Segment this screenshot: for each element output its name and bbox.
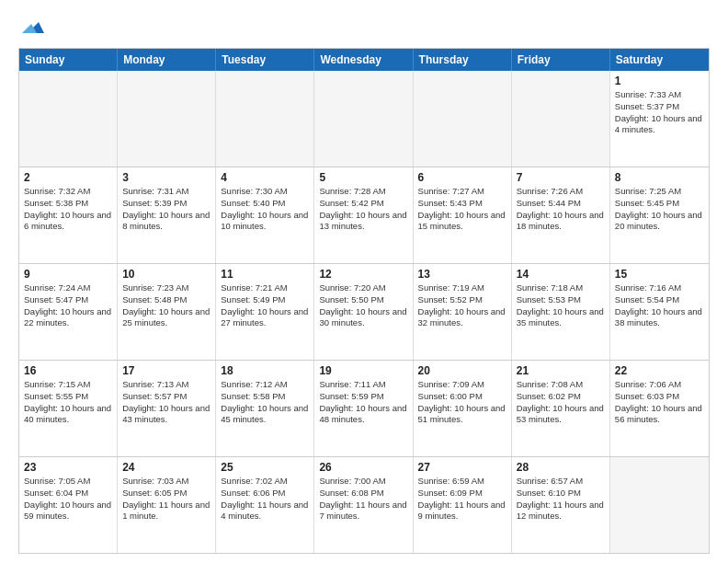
day-info: Sunrise: 7:19 AM Sunset: 5:52 PM Dayligh… (418, 282, 506, 329)
day-cell-22: 22Sunrise: 7:06 AM Sunset: 6:03 PM Dayli… (610, 361, 709, 456)
day-info: Sunrise: 7:00 AM Sunset: 6:08 PM Dayligh… (319, 476, 407, 523)
empty-cell-4-6 (610, 457, 709, 553)
day-cell-8: 8Sunrise: 7:25 AM Sunset: 5:45 PM Daylig… (610, 167, 709, 263)
day-cell-7: 7Sunrise: 7:26 AM Sunset: 5:44 PM Daylig… (512, 167, 610, 263)
day-info: Sunrise: 7:09 AM Sunset: 6:00 PM Dayligh… (418, 379, 506, 426)
day-info: Sunrise: 7:31 AM Sunset: 5:39 PM Dayligh… (122, 186, 210, 233)
calendar-body: 1Sunrise: 7:33 AM Sunset: 5:37 PM Daylig… (19, 71, 709, 553)
day-info: Sunrise: 7:18 AM Sunset: 5:53 PM Dayligh… (517, 282, 605, 329)
day-cell-19: 19Sunrise: 7:11 AM Sunset: 5:59 PM Dayli… (314, 361, 413, 456)
empty-cell-0-4 (414, 71, 512, 167)
day-cell-24: 24Sunrise: 7:03 AM Sunset: 6:05 PM Dayli… (118, 457, 216, 553)
day-cell-9: 9Sunrise: 7:24 AM Sunset: 5:47 PM Daylig… (19, 264, 118, 360)
day-cell-28: 28Sunrise: 6:57 AM Sunset: 6:10 PM Dayli… (512, 457, 610, 553)
day-cell-11: 11Sunrise: 7:21 AM Sunset: 5:49 PM Dayli… (216, 264, 314, 360)
day-number: 9 (24, 268, 112, 281)
day-cell-4: 4Sunrise: 7:30 AM Sunset: 5:40 PM Daylig… (216, 167, 314, 263)
day-number: 6 (418, 171, 506, 184)
day-info: Sunrise: 7:05 AM Sunset: 6:04 PM Dayligh… (24, 476, 112, 523)
day-number: 19 (319, 364, 407, 377)
day-cell-12: 12Sunrise: 7:20 AM Sunset: 5:50 PM Dayli… (314, 264, 413, 360)
day-cell-1: 1Sunrise: 7:33 AM Sunset: 5:37 PM Daylig… (610, 71, 709, 167)
day-cell-6: 6Sunrise: 7:27 AM Sunset: 5:43 PM Daylig… (414, 167, 512, 263)
day-info: Sunrise: 7:32 AM Sunset: 5:38 PM Dayligh… (24, 186, 112, 233)
day-info: Sunrise: 7:24 AM Sunset: 5:47 PM Dayligh… (24, 282, 112, 329)
day-number: 15 (615, 268, 704, 281)
day-number: 27 (418, 461, 506, 474)
day-number: 18 (221, 364, 309, 377)
day-info: Sunrise: 7:20 AM Sunset: 5:50 PM Dayligh… (319, 282, 407, 329)
day-cell-25: 25Sunrise: 7:02 AM Sunset: 6:06 PM Dayli… (216, 457, 314, 553)
header-day-thursday: Thursday (414, 49, 512, 71)
day-cell-18: 18Sunrise: 7:12 AM Sunset: 5:58 PM Dayli… (216, 361, 314, 456)
empty-cell-0-0 (19, 71, 118, 167)
day-info: Sunrise: 7:16 AM Sunset: 5:54 PM Dayligh… (615, 282, 704, 329)
header-day-sunday: Sunday (19, 49, 118, 71)
day-number: 1 (615, 75, 704, 87)
day-cell-17: 17Sunrise: 7:13 AM Sunset: 5:57 PM Dayli… (118, 361, 216, 456)
day-number: 13 (418, 268, 506, 281)
header (18, 15, 710, 40)
day-cell-21: 21Sunrise: 7:08 AM Sunset: 6:02 PM Dayli… (512, 361, 610, 456)
day-number: 2 (24, 171, 112, 184)
day-cell-20: 20Sunrise: 7:09 AM Sunset: 6:00 PM Dayli… (414, 361, 512, 456)
header-day-friday: Friday (512, 49, 610, 71)
day-cell-16: 16Sunrise: 7:15 AM Sunset: 5:55 PM Dayli… (19, 361, 118, 456)
day-info: Sunrise: 7:12 AM Sunset: 5:58 PM Dayligh… (221, 379, 309, 426)
day-info: Sunrise: 7:23 AM Sunset: 5:48 PM Dayligh… (122, 282, 210, 329)
day-number: 5 (319, 171, 407, 184)
day-info: Sunrise: 7:21 AM Sunset: 5:49 PM Dayligh… (221, 282, 309, 329)
day-info: Sunrise: 7:28 AM Sunset: 5:42 PM Dayligh… (319, 186, 407, 233)
logo (18, 15, 46, 40)
empty-cell-0-3 (314, 71, 413, 167)
day-cell-5: 5Sunrise: 7:28 AM Sunset: 5:42 PM Daylig… (314, 167, 413, 263)
day-cell-15: 15Sunrise: 7:16 AM Sunset: 5:54 PM Dayli… (610, 264, 709, 360)
day-info: Sunrise: 7:02 AM Sunset: 6:06 PM Dayligh… (221, 476, 309, 523)
calendar-row-3: 16Sunrise: 7:15 AM Sunset: 5:55 PM Dayli… (19, 360, 709, 456)
calendar-row-1: 2Sunrise: 7:32 AM Sunset: 5:38 PM Daylig… (19, 167, 709, 263)
day-number: 11 (221, 268, 309, 281)
header-day-saturday: Saturday (610, 49, 709, 71)
empty-cell-0-1 (118, 71, 216, 167)
day-number: 28 (517, 461, 605, 474)
day-info: Sunrise: 7:26 AM Sunset: 5:44 PM Dayligh… (517, 186, 605, 233)
day-info: Sunrise: 7:30 AM Sunset: 5:40 PM Dayligh… (221, 186, 309, 233)
day-cell-3: 3Sunrise: 7:31 AM Sunset: 5:39 PM Daylig… (118, 167, 216, 263)
day-number: 14 (517, 268, 605, 281)
day-number: 8 (615, 171, 704, 184)
day-cell-26: 26Sunrise: 7:00 AM Sunset: 6:08 PM Dayli… (314, 457, 413, 553)
day-number: 10 (122, 268, 210, 281)
day-info: Sunrise: 7:11 AM Sunset: 5:59 PM Dayligh… (319, 379, 407, 426)
day-cell-13: 13Sunrise: 7:19 AM Sunset: 5:52 PM Dayli… (414, 264, 512, 360)
day-number: 23 (24, 461, 112, 474)
logo-icon (20, 15, 46, 40)
day-number: 24 (122, 461, 210, 474)
header-day-tuesday: Tuesday (216, 49, 314, 71)
day-number: 22 (615, 364, 704, 377)
day-number: 3 (122, 171, 210, 184)
day-number: 16 (24, 364, 112, 377)
day-number: 4 (221, 171, 309, 184)
day-number: 25 (221, 461, 309, 474)
empty-cell-0-5 (512, 71, 610, 167)
day-number: 26 (319, 461, 407, 474)
day-cell-27: 27Sunrise: 6:59 AM Sunset: 6:09 PM Dayli… (414, 457, 512, 553)
day-info: Sunrise: 7:13 AM Sunset: 5:57 PM Dayligh… (122, 379, 210, 426)
day-info: Sunrise: 7:03 AM Sunset: 6:05 PM Dayligh… (122, 476, 210, 523)
day-info: Sunrise: 7:25 AM Sunset: 5:45 PM Dayligh… (615, 186, 704, 233)
calendar-header: SundayMondayTuesdayWednesdayThursdayFrid… (19, 49, 709, 71)
day-number: 21 (517, 364, 605, 377)
calendar-row-0: 1Sunrise: 7:33 AM Sunset: 5:37 PM Daylig… (19, 71, 709, 167)
day-info: Sunrise: 7:08 AM Sunset: 6:02 PM Dayligh… (517, 379, 605, 426)
calendar-row-4: 23Sunrise: 7:05 AM Sunset: 6:04 PM Dayli… (19, 456, 709, 553)
empty-cell-0-2 (216, 71, 314, 167)
header-day-monday: Monday (118, 49, 216, 71)
day-cell-14: 14Sunrise: 7:18 AM Sunset: 5:53 PM Dayli… (512, 264, 610, 360)
day-info: Sunrise: 6:57 AM Sunset: 6:10 PM Dayligh… (517, 476, 605, 523)
day-cell-23: 23Sunrise: 7:05 AM Sunset: 6:04 PM Dayli… (19, 457, 118, 553)
day-info: Sunrise: 6:59 AM Sunset: 6:09 PM Dayligh… (418, 476, 506, 523)
day-number: 20 (418, 364, 506, 377)
calendar-row-2: 9Sunrise: 7:24 AM Sunset: 5:47 PM Daylig… (19, 263, 709, 360)
day-info: Sunrise: 7:06 AM Sunset: 6:03 PM Dayligh… (615, 379, 704, 426)
day-info: Sunrise: 7:33 AM Sunset: 5:37 PM Dayligh… (615, 89, 704, 136)
